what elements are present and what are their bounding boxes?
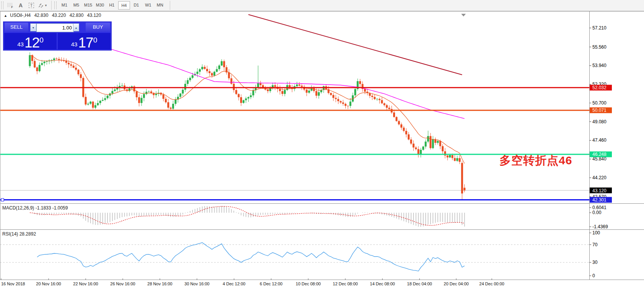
candle-body	[223, 61, 225, 67]
arrow-objects-tool[interactable]: ▼	[37, 1, 47, 10]
price-tick-label: 49.080	[592, 119, 607, 124]
timeframe-button-m15[interactable]: M15	[83, 1, 94, 9]
candle-body	[141, 98, 143, 103]
sell-button[interactable]: SELL	[5, 23, 28, 32]
candle-body	[420, 150, 422, 154]
ask-prefix: 43	[71, 41, 78, 47]
candle-body	[429, 136, 431, 148]
candle-body	[121, 85, 123, 86]
volume-input[interactable]	[36, 23, 74, 32]
candle-body	[379, 99, 381, 100]
candle-body	[400, 124, 402, 128]
time-tick-label: 6 Dec 12:00	[260, 281, 282, 286]
one-click-trade-panel: SELL ▼ ▲ BUY 43 12 0 43 17 0	[3, 21, 112, 51]
candle-body	[240, 97, 242, 103]
candle-body	[99, 101, 101, 103]
fast-ma-line	[30, 55, 465, 164]
timeframe-button-d1[interactable]: D1	[131, 1, 142, 9]
chart-text-annotation[interactable]: 多空转折点46	[499, 153, 572, 169]
candle-body	[386, 105, 388, 108]
timeframe-drag-handle[interactable]	[54, 2, 57, 9]
candle-body	[148, 92, 150, 92]
time-tick-label: 20 Nov 16:00	[36, 281, 61, 286]
toolbar-drag-handle[interactable]	[1, 2, 3, 9]
price-tick-label: 53.940	[592, 63, 607, 68]
candle-body	[284, 90, 286, 94]
candle-body	[447, 155, 449, 157]
candle-body	[85, 97, 87, 105]
price-tag-label: 52.032	[592, 85, 607, 90]
candle-body	[463, 188, 465, 190]
candle-body	[298, 85, 300, 86]
candle-body	[427, 136, 429, 141]
candle-body	[228, 72, 230, 78]
buy-button[interactable]: BUY	[86, 23, 110, 32]
timeframe-button-m5[interactable]: M5	[71, 1, 82, 9]
price-tag-label: 43.120	[592, 188, 607, 193]
time-tick-label: 26 Nov 16:00	[110, 281, 135, 286]
candle-body	[296, 85, 298, 86]
candle-body	[36, 67, 38, 71]
timeframe-button-m30[interactable]: M30	[94, 1, 106, 9]
time-tick-label: 14 Dec 08:00	[370, 281, 395, 286]
objects-list-icon[interactable]: F	[5, 1, 15, 10]
price-tag-label: 46.248	[592, 152, 607, 157]
timeframe-button-h1[interactable]: H1	[106, 1, 117, 9]
price-tick-label: 47.460	[592, 137, 607, 143]
candle-body	[374, 97, 376, 99]
candle-body	[274, 85, 276, 87]
candle-body	[107, 96, 109, 98]
candle-body	[204, 67, 206, 69]
candle-body	[70, 64, 72, 65]
candle-body	[451, 155, 453, 158]
candle-body	[461, 163, 463, 193]
candle-body	[250, 95, 252, 97]
candle-body	[415, 147, 417, 149]
candle-body	[432, 139, 434, 148]
candle-body	[155, 94, 157, 95]
candle-body	[347, 106, 349, 106]
bid-pips: 12	[24, 36, 39, 49]
chart-shift-marker[interactable]	[461, 14, 466, 16]
timeframe-button-m1[interactable]: M1	[59, 1, 70, 9]
timeframe-button-h4[interactable]: H4	[118, 1, 130, 10]
macd-values: -1.1833 -1.0059	[36, 205, 68, 211]
candles-layer	[29, 52, 466, 200]
candle-body	[138, 97, 140, 103]
volume-increase-button[interactable]: ▲	[73, 23, 79, 31]
candle-body	[145, 92, 147, 94]
timeframe-button-mn[interactable]: MN	[154, 1, 166, 9]
collapse-triangle-icon[interactable]: ▲	[4, 14, 7, 18]
rsi-label: RSI(14) 28.2892	[2, 231, 36, 237]
price-tick-label: 44.220	[592, 175, 607, 180]
candle-body	[257, 83, 259, 88]
candle-body	[172, 104, 174, 109]
candle-body	[187, 80, 189, 84]
candle-body	[231, 78, 233, 83]
quote-low: 42.830	[70, 13, 84, 18]
candle-body	[75, 68, 77, 70]
ask-price-box[interactable]: 43 17 0	[58, 33, 111, 49]
text-tool[interactable]: T	[27, 1, 36, 10]
svg-text:F: F	[11, 5, 13, 8]
time-tick-label: 4 Dec 12:00	[223, 281, 245, 286]
volume-decrease-button[interactable]: ▼	[30, 23, 36, 31]
candle-body	[184, 84, 186, 90]
candle-body	[345, 104, 346, 106]
bid-pipette: 0	[39, 36, 44, 44]
timeframe-button-w1[interactable]: W1	[143, 1, 154, 9]
price-tag-label: 50.071	[592, 108, 607, 113]
candle-body	[175, 100, 177, 104]
bid-price-box[interactable]: 43 12 0	[4, 33, 57, 49]
candle-body	[55, 59, 57, 59]
symbol-name: USOil-,H4	[10, 13, 31, 18]
descending-trendline[interactable]	[249, 15, 462, 75]
candle-body	[238, 94, 240, 97]
candle-body	[211, 73, 213, 75]
time-tick-label: 28 Nov 16:00	[147, 281, 172, 286]
candle-body	[425, 142, 427, 147]
candle-body	[189, 78, 191, 80]
line-selection-handle	[1, 198, 4, 201]
text-label-tool[interactable]: A	[16, 1, 25, 10]
candle-body	[456, 158, 458, 161]
